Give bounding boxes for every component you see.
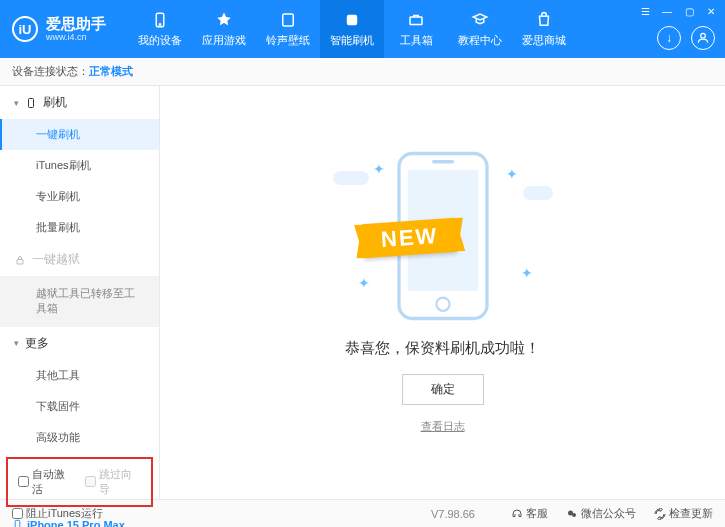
svg-rect-8 [15,521,20,527]
svg-point-14 [572,513,576,517]
new-banner: NEW [361,218,456,258]
window-controls: ☰ — ▢ ✕ [637,4,719,18]
app-name: 爱思助手 [46,16,106,33]
checkbox-input[interactable] [12,508,23,519]
sparkle-icon: ✦ [358,275,370,291]
menu-icon[interactable]: ☰ [637,4,653,18]
nav-label: 爱思商城 [522,33,566,48]
svg-rect-6 [29,98,34,107]
nav-flash[interactable]: 智能刷机 [320,0,384,58]
header-right-icons: ↓ [657,26,715,50]
footer-update[interactable]: 检查更新 [654,506,713,521]
footer-wechat[interactable]: 微信公众号 [566,506,636,521]
sidebar-group-more[interactable]: ▾ 更多 [0,327,159,360]
checkbox-label: 阻止iTunes运行 [26,506,103,521]
tutorial-icon [470,10,490,30]
sidebar-group-label: 一键越狱 [32,251,80,268]
svg-rect-4 [410,17,422,25]
toolbox-icon [406,10,426,30]
svg-rect-12 [432,160,454,163]
version-label: V7.98.66 [431,508,475,520]
view-log-link[interactable]: 查看日志 [421,419,465,434]
nav-apps[interactable]: 应用游戏 [192,0,256,58]
logo-icon: iU [12,16,38,42]
success-illustration: ✦ ✦ ✦ ✦ NEW [333,151,553,321]
nav-ringtone[interactable]: 铃声壁纸 [256,0,320,58]
footer-service[interactable]: 客服 [511,506,548,521]
nav-shop[interactable]: 爱思商城 [512,0,576,58]
sparkle-icon: ✦ [506,166,518,182]
ok-button[interactable]: 确定 [402,374,484,405]
flash-icon [342,10,362,30]
nav-label: 工具箱 [400,33,433,48]
sidebar-item-advanced[interactable]: 高级功能 [0,422,159,453]
nav-toolbox[interactable]: 工具箱 [384,0,448,58]
top-nav: 我的设备 应用游戏 铃声壁纸 智能刷机 工具箱 [128,0,576,58]
sidebar-group-label: 更多 [25,335,49,352]
sparkle-icon: ✦ [521,265,533,281]
sidebar-group-flash[interactable]: ▾ 刷机 [0,86,159,119]
close-button[interactable]: ✕ [703,4,719,18]
nav-label: 我的设备 [138,33,182,48]
refresh-icon [654,508,666,520]
minimize-button[interactable]: — [659,4,675,18]
user-icon[interactable] [691,26,715,50]
status-label: 设备连接状态： [12,64,89,79]
chevron-down-icon: ▾ [14,338,19,348]
nav-tutorials[interactable]: 教程中心 [448,0,512,58]
checkbox-input [85,476,96,487]
sidebar-group-label: 刷机 [43,94,67,111]
nav-label: 教程中心 [458,33,502,48]
nav-my-device[interactable]: 我的设备 [128,0,192,58]
svg-rect-7 [17,259,23,264]
shop-icon [534,10,554,30]
header: iU 爱思助手 www.i4.cn 我的设备 应用游戏 铃声壁纸 [0,0,725,58]
status-bar: 设备连接状态： 正常模式 [0,58,725,86]
checkbox-input[interactable] [18,476,29,487]
headset-icon [511,508,523,520]
chevron-down-icon: ▾ [14,98,19,108]
checkbox-auto-activate[interactable]: 自动激活 [18,467,75,497]
svg-rect-2 [283,14,294,26]
logo: iU 爱思助手 www.i4.cn [0,16,118,43]
sidebar-item-itunes[interactable]: iTunes刷机 [0,150,159,181]
nav-label: 智能刷机 [330,33,374,48]
maximize-button[interactable]: ▢ [681,4,697,18]
apps-icon [214,10,234,30]
sidebar-item-pro[interactable]: 专业刷机 [0,181,159,212]
success-message: 恭喜您，保资料刷机成功啦！ [345,339,540,358]
nav-label: 应用游戏 [202,33,246,48]
phone-icon [25,97,37,109]
sparkle-icon: ✦ [373,161,385,177]
checkbox-skip-guide[interactable]: 跳过向导 [85,467,142,497]
sidebar-group-jailbreak[interactable]: 一键越狱 [0,243,159,276]
sidebar-jailbreak-note[interactable]: 越狱工具已转移至工具箱 [0,276,159,327]
cloud-icon [333,171,369,185]
sidebar-item-oneclick[interactable]: 一键刷机 [0,119,159,150]
svg-rect-3 [347,15,358,26]
sidebar-item-download[interactable]: 下载固件 [0,391,159,422]
svg-point-1 [159,24,161,26]
status-value: 正常模式 [89,64,133,79]
wechat-icon [566,508,578,520]
sidebar-item-batch[interactable]: 批量刷机 [0,212,159,243]
main-content: ✦ ✦ ✦ ✦ NEW 恭喜您，保资料刷机成功啦！ 确定 查看日志 [160,86,725,499]
nav-label: 铃声壁纸 [266,33,310,48]
checkbox-label: 自动激活 [32,467,75,497]
lock-icon [14,254,26,266]
cloud-icon [523,186,553,200]
sidebar: ▾ 刷机 一键刷机 iTunes刷机 专业刷机 批量刷机 一键越狱 越狱工具已转… [0,86,160,499]
checkbox-block-itunes[interactable]: 阻止iTunes运行 [12,506,103,521]
highlighted-checkboxes: 自动激活 跳过向导 [6,457,153,507]
ringtone-icon [278,10,298,30]
device-icon [150,10,170,30]
app-url: www.i4.cn [46,32,106,42]
sidebar-item-other[interactable]: 其他工具 [0,360,159,391]
svg-point-5 [701,33,706,38]
download-icon[interactable]: ↓ [657,26,681,50]
checkbox-label: 跳过向导 [99,467,142,497]
